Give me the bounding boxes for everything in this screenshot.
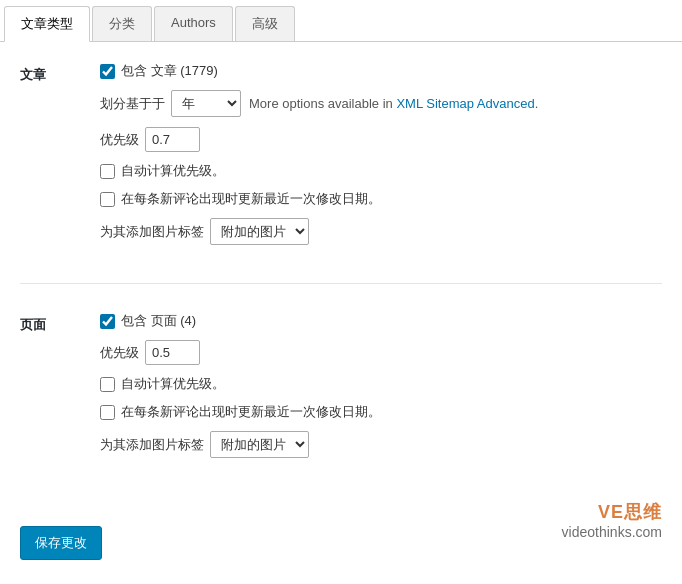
page-include-checkbox[interactable] xyxy=(100,314,115,329)
article-include-text: 包含 文章 (1779) xyxy=(121,62,218,80)
tab-advanced[interactable]: 高级 xyxy=(235,6,295,41)
page-section-label: 页面 xyxy=(20,312,100,468)
tabs-bar: 文章类型 分类 Authors 高级 xyxy=(0,0,682,42)
article-section-body: 包含 文章 (1779) 划分基于于 年 月 日 More options av… xyxy=(100,62,662,255)
page-update-date-text: 在每条新评论出现时更新最近一次修改日期。 xyxy=(121,403,381,421)
page-section: 页面 包含 页面 (4) 优先级 0.5 xyxy=(20,312,662,468)
watermark-line2: videothinks.com xyxy=(562,524,662,540)
article-section: 文章 包含 文章 (1779) 划分基于于 年 月 日 xyxy=(20,62,662,255)
article-update-date-checkbox[interactable] xyxy=(100,192,115,207)
article-priority-input[interactable]: 0.7 xyxy=(145,127,200,152)
save-button[interactable]: 保存更改 xyxy=(20,526,102,560)
page-auto-calc-text: 自动计算优先级。 xyxy=(121,375,225,393)
tab-category[interactable]: 分类 xyxy=(92,6,152,41)
page-include-label[interactable]: 包含 页面 (4) xyxy=(100,312,196,330)
page-include-row: 包含 页面 (4) xyxy=(100,312,662,330)
article-priority-row: 优先级 0.7 xyxy=(100,127,662,152)
tab-authors[interactable]: Authors xyxy=(154,6,233,41)
article-image-tag-select[interactable]: 附加的图片 无 所有图片 xyxy=(210,218,309,245)
page-image-tag-select[interactable]: 附加的图片 无 所有图片 xyxy=(210,431,309,458)
page-image-tag-row: 为其添加图片标签 附加的图片 无 所有图片 xyxy=(100,431,662,458)
article-more-options-text: More options available in XML Sitemap Ad… xyxy=(249,96,538,111)
page-priority-input[interactable]: 0.5 xyxy=(145,340,200,365)
page-include-text: 包含 页面 (4) xyxy=(121,312,196,330)
page-auto-calc-row: 自动计算优先级。 xyxy=(100,375,662,393)
article-split-row: 划分基于于 年 月 日 More options available in XM… xyxy=(100,90,662,117)
xml-sitemap-advanced-link[interactable]: XML Sitemap Advanced xyxy=(396,96,534,111)
article-auto-calc-row: 自动计算优先级。 xyxy=(100,162,662,180)
article-auto-calc-text: 自动计算优先级。 xyxy=(121,162,225,180)
article-include-label[interactable]: 包含 文章 (1779) xyxy=(100,62,218,80)
content-area: 文章 包含 文章 (1779) 划分基于于 年 月 日 xyxy=(0,42,682,516)
page-update-date-row: 在每条新评论出现时更新最近一次修改日期。 xyxy=(100,403,662,421)
article-update-date-text: 在每条新评论出现时更新最近一次修改日期。 xyxy=(121,190,381,208)
article-image-tag-label: 为其添加图片标签 xyxy=(100,223,204,241)
article-auto-calc-label[interactable]: 自动计算优先级。 xyxy=(100,162,225,180)
article-split-label: 划分基于于 xyxy=(100,95,165,113)
page-section-body: 包含 页面 (4) 优先级 0.5 自动计算优先级。 xyxy=(100,312,662,468)
article-update-date-label[interactable]: 在每条新评论出现时更新最近一次修改日期。 xyxy=(100,190,381,208)
page-image-tag-label: 为其添加图片标签 xyxy=(100,436,204,454)
article-split-select[interactable]: 年 月 日 xyxy=(171,90,241,117)
page-auto-calc-label[interactable]: 自动计算优先级。 xyxy=(100,375,225,393)
watermark-line1: VE思维 xyxy=(562,500,662,524)
section-divider xyxy=(20,283,662,284)
watermark: VE思维 videothinks.com xyxy=(562,500,662,540)
page-wrap: 文章类型 分类 Authors 高级 文章 包含 文章 (1779) 划分基于于 xyxy=(0,0,682,584)
article-include-row: 包含 文章 (1779) xyxy=(100,62,662,80)
page-update-date-checkbox[interactable] xyxy=(100,405,115,420)
page-priority-row: 优先级 0.5 xyxy=(100,340,662,365)
article-priority-label: 优先级 xyxy=(100,131,139,149)
page-update-date-label[interactable]: 在每条新评论出现时更新最近一次修改日期。 xyxy=(100,403,381,421)
article-include-checkbox[interactable] xyxy=(100,64,115,79)
article-image-tag-row: 为其添加图片标签 附加的图片 无 所有图片 xyxy=(100,218,662,245)
page-auto-calc-checkbox[interactable] xyxy=(100,377,115,392)
article-section-label: 文章 xyxy=(20,62,100,255)
article-auto-calc-checkbox[interactable] xyxy=(100,164,115,179)
article-update-date-row: 在每条新评论出现时更新最近一次修改日期。 xyxy=(100,190,662,208)
tab-article-type[interactable]: 文章类型 xyxy=(4,6,90,42)
page-priority-label: 优先级 xyxy=(100,344,139,362)
